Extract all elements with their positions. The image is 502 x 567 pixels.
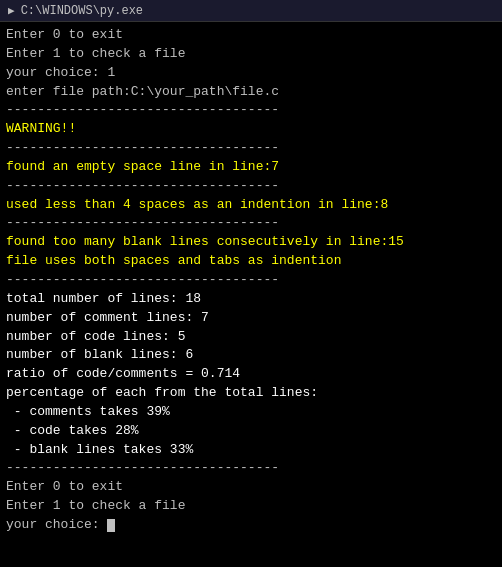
console-line: number of comment lines: 7	[6, 309, 496, 328]
console-line: your choice: 1	[6, 64, 496, 83]
window-title: C:\WINDOWS\py.exe	[21, 4, 143, 18]
console-line: Enter 1 to check a file	[6, 45, 496, 64]
console-line: -----------------------------------	[6, 459, 496, 478]
console-line: -----------------------------------	[6, 101, 496, 120]
console-line: number of code lines: 5	[6, 328, 496, 347]
console-line: -----------------------------------	[6, 177, 496, 196]
console-line: your choice:	[6, 516, 496, 535]
console-line: number of blank lines: 6	[6, 346, 496, 365]
console-line: Enter 0 to exit	[6, 478, 496, 497]
console-line: - comments takes 39%	[6, 403, 496, 422]
console-line: - code takes 28%	[6, 422, 496, 441]
console-line: file uses both spaces and tabs as indent…	[6, 252, 496, 271]
console-line: ratio of code/comments = 0.714	[6, 365, 496, 384]
cursor	[107, 519, 115, 532]
console-line: used less than 4 spaces as an indention …	[6, 196, 496, 215]
window-icon: ▶	[8, 4, 15, 17]
console-line: found an empty space line in line:7	[6, 158, 496, 177]
console-line: Enter 0 to exit	[6, 26, 496, 45]
console-line: total number of lines: 18	[6, 290, 496, 309]
console-line: percentage of each from the total lines:	[6, 384, 496, 403]
console-line: enter file path:C:\your_path\file.c	[6, 83, 496, 102]
console-line: -----------------------------------	[6, 139, 496, 158]
console-line: -----------------------------------	[6, 214, 496, 233]
console-line: -----------------------------------	[6, 271, 496, 290]
console-body: Enter 0 to exitEnter 1 to check a fileyo…	[0, 22, 502, 567]
title-bar: ▶ C:\WINDOWS\py.exe	[0, 0, 502, 22]
console-line: found too many blank lines consecutively…	[6, 233, 496, 252]
console-line: WARNING!!	[6, 120, 496, 139]
console-line: Enter 1 to check a file	[6, 497, 496, 516]
console-line: - blank lines takes 33%	[6, 441, 496, 460]
